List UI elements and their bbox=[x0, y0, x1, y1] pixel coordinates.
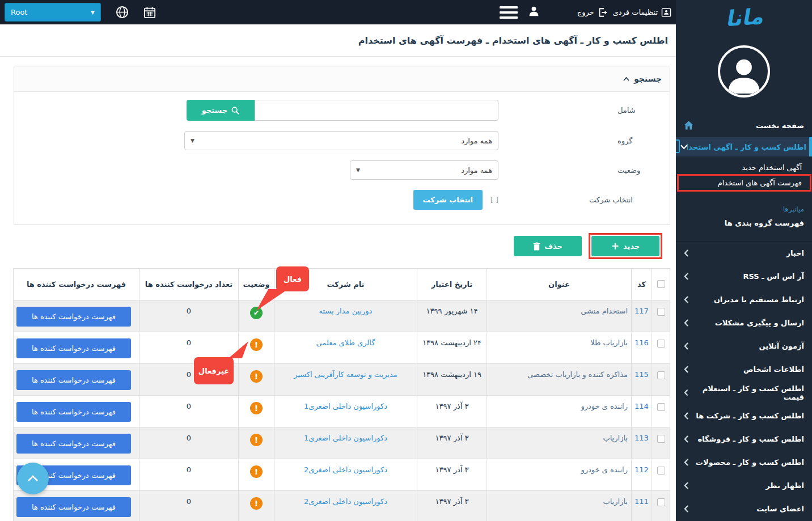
row-title[interactable]: بازاریاب bbox=[487, 427, 632, 459]
applicants-list-button[interactable]: فهرست درخواست کننده ها bbox=[16, 434, 131, 454]
sidebar-item-products[interactable]: اطلس کسب و کار ـ محصولات bbox=[676, 451, 812, 474]
root-select[interactable]: Root ▼ bbox=[5, 3, 101, 22]
row-company-link[interactable]: دکوراسیون داخلی اصغری2 bbox=[274, 491, 417, 521]
row-applicant-count: 0 bbox=[139, 300, 239, 332]
applicants-list-button[interactable]: فهرست درخواست کننده ها bbox=[16, 307, 131, 327]
column-code: کد bbox=[632, 269, 652, 300]
table-row: 115 مذاکره کننده و بازاریاب تخصصی ۱۹ ارد… bbox=[14, 364, 670, 396]
sidebar-item-employment-ads-list[interactable]: فهرست آگهی های استخدام bbox=[676, 175, 812, 190]
row-checkbox[interactable] bbox=[657, 308, 665, 316]
menu-icon[interactable] bbox=[500, 6, 518, 19]
chevron-down-icon bbox=[680, 145, 687, 150]
row-title[interactable]: مذاکره کننده و بازاریاب تخصصی bbox=[487, 364, 632, 396]
row-checkbox[interactable] bbox=[657, 498, 665, 506]
row-title[interactable]: بازاریاب طلا bbox=[487, 332, 632, 364]
sidebar-item-site-members[interactable]: اعضای سایت bbox=[676, 497, 812, 520]
applicants-list-button[interactable]: فهرست درخواست کننده ها bbox=[16, 402, 131, 422]
row-code: 112 bbox=[632, 459, 652, 491]
sidebar-item-store[interactable]: اطلس کسب و کار ـ فروشگاه bbox=[676, 427, 812, 451]
select-company-button[interactable]: انتخاب شرکت bbox=[413, 190, 483, 210]
title-bar: اطلس کسب و کار ـ آگهی های استخدام ـ فهرس… bbox=[0, 24, 676, 57]
globe-icon[interactable] bbox=[116, 6, 129, 19]
avatar[interactable] bbox=[718, 45, 770, 98]
row-title[interactable]: بازاریاب bbox=[487, 491, 632, 521]
row-company-link[interactable]: دکوراسیون داخلی اصغری2 bbox=[274, 459, 417, 491]
row-date: ۳ آذر ۱۳۹۷ bbox=[417, 459, 487, 491]
home-label: صفحه نخست bbox=[756, 121, 804, 130]
sidebar-item-rss[interactable]: آر اس اس ـ RSS bbox=[676, 265, 812, 288]
applicants-list-button[interactable]: فهرست درخواست کننده ها bbox=[16, 497, 131, 517]
calendar-icon[interactable] bbox=[143, 6, 156, 19]
applicants-list-button[interactable]: فهرست درخواست کننده ها bbox=[16, 338, 131, 358]
scroll-to-top-button[interactable] bbox=[17, 463, 49, 494]
chevron-left-icon bbox=[684, 342, 688, 350]
new-button[interactable]: + جدید bbox=[591, 236, 659, 256]
row-checkbox[interactable] bbox=[657, 371, 665, 379]
applicants-list-button[interactable]: فهرست درخواست کننده ها bbox=[16, 370, 131, 390]
page-title: اطلس کسب و کار ـ آگهی های استخدام ـ فهرس… bbox=[358, 35, 668, 46]
select-all-checkbox[interactable] bbox=[657, 280, 665, 288]
row-company-link[interactable]: دکوراسیون داخلی اصغری1 bbox=[274, 427, 417, 459]
active-parent-label: اطلس کسب و کار ـ آگهی استخدام bbox=[687, 143, 806, 151]
search-button-label: جستجو bbox=[202, 106, 227, 115]
sidebar-item-news[interactable]: اخبار bbox=[676, 242, 812, 265]
row-title[interactable]: راننده ی خودرو bbox=[487, 459, 632, 491]
brand-logo[interactable]: مانا bbox=[676, 0, 812, 35]
search-button[interactable]: جستجو bbox=[187, 100, 255, 121]
contains-input[interactable] bbox=[255, 100, 498, 121]
sidebar-item-companies[interactable]: اطلس کسب و کار ـ شرکت ها bbox=[676, 404, 812, 427]
row-checkbox[interactable] bbox=[657, 340, 665, 348]
sidebar-item-online-test[interactable]: آزمون آنلاین bbox=[676, 334, 812, 358]
row-checkbox[interactable] bbox=[657, 467, 665, 475]
chevron-left-icon bbox=[684, 505, 688, 512]
new-button-label: جدید bbox=[623, 242, 640, 251]
row-title[interactable]: استخدام منشی bbox=[487, 300, 632, 332]
row-company-link[interactable]: مدیریت و توسعه کارآفرینی اکسیر bbox=[274, 364, 417, 396]
user-icon[interactable] bbox=[528, 5, 540, 19]
sidebar-item-price-inquiry[interactable]: اطلس کسب و کار ـ استعلام قیمت bbox=[676, 381, 812, 404]
chevron-left-icon bbox=[684, 273, 688, 280]
row-title[interactable]: راننده ی خودرو bbox=[487, 396, 632, 427]
employment-ads-table: کد عنوان تاریخ اعتبار نام شرکت وضعیت تعد… bbox=[14, 268, 670, 521]
sidebar-item-categories-list[interactable]: فهرست گروه بندی ها bbox=[684, 219, 804, 227]
chevron-up-icon bbox=[27, 475, 39, 482]
submenu-label: آگهی استخدام جدید bbox=[742, 163, 802, 172]
sidebar-item-home[interactable]: صفحه نخست bbox=[676, 117, 812, 134]
group-select[interactable]: همه موارد ▼ bbox=[184, 131, 498, 150]
row-code: 117 bbox=[632, 300, 652, 332]
row-date: ۳ آذر ۱۳۹۷ bbox=[417, 491, 487, 521]
sidebar-item-issue-tracking[interactable]: ارسال و پیگیری مشکلات bbox=[676, 311, 812, 334]
sidebar-item-new-employment-ad[interactable]: آگهی استخدام جدید bbox=[676, 160, 812, 175]
status-check-circle-icon bbox=[250, 307, 263, 319]
row-code: 113 bbox=[632, 427, 652, 459]
id-card-icon bbox=[661, 7, 671, 18]
row-company-link[interactable]: دکوراسیون داخلی اصغری1 bbox=[274, 396, 417, 427]
row-date: ۳ آذر ۱۳۹۷ bbox=[417, 396, 487, 427]
logout-icon bbox=[598, 7, 608, 18]
status-exclamation-circle-icon bbox=[250, 497, 263, 510]
selected-company-placeholder: [ ] bbox=[490, 196, 498, 204]
sidebar-item-people-info[interactable]: اطلاعات اشخاص bbox=[676, 358, 812, 381]
sidebar-submenu: آگهی استخدام جدید فهرست آگهی های استخدام bbox=[676, 156, 812, 190]
sidebar-item-comments[interactable]: اظهار نظر bbox=[676, 474, 812, 497]
search-panel-header[interactable]: جستجو bbox=[14, 66, 670, 92]
row-checkbox[interactable] bbox=[657, 403, 665, 411]
status-exclamation-circle-icon bbox=[250, 370, 263, 383]
row-checkbox[interactable] bbox=[657, 435, 665, 443]
active-indicator-nub bbox=[676, 139, 680, 153]
table-row: 114 راننده ی خودرو ۳ آذر ۱۳۹۷ دکوراسیون … bbox=[14, 396, 670, 427]
topbar-user-links: تنظیمات فردی خروج bbox=[577, 7, 671, 18]
personal-settings-link[interactable]: تنظیمات فردی bbox=[613, 7, 671, 18]
sidebar-item-business-atlas-employment[interactable]: اطلس کسب و کار ـ آگهی استخدام bbox=[676, 137, 812, 156]
logout-link[interactable]: خروج bbox=[577, 7, 608, 18]
main-area: Root ▼ تنظیمات فردی خروج bbox=[0, 0, 676, 521]
sidebar-item-contact-managers[interactable]: ارتباط مستقیم با مدیران bbox=[676, 288, 812, 311]
status-select[interactable]: همه موارد ▼ bbox=[350, 160, 498, 180]
row-company-link[interactable]: دوربین مدار بسته bbox=[274, 300, 417, 332]
contains-label: شامل bbox=[498, 106, 670, 115]
table-row: 116 بازاریاب طلا ۲۴ اردیبهشت ۱۳۹۸ گالری … bbox=[14, 332, 670, 364]
home-icon bbox=[684, 121, 693, 130]
row-company-link[interactable]: گالری طلای معلمی bbox=[274, 332, 417, 364]
top-navbar: Root ▼ تنظیمات فردی خروج bbox=[0, 0, 676, 24]
delete-button[interactable]: حذف bbox=[514, 236, 582, 256]
